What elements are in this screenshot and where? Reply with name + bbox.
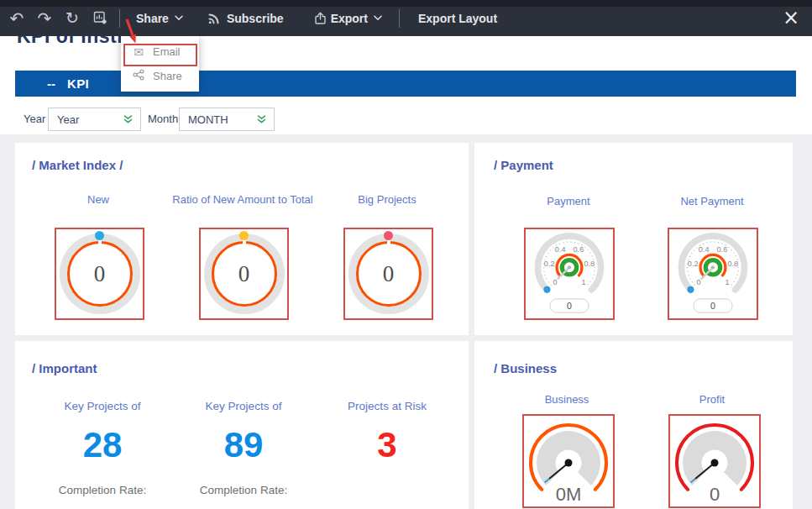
export-layout-button[interactable]: Export Layout bbox=[410, 0, 506, 36]
chevron-down-icon bbox=[175, 15, 183, 21]
share-menu-button[interactable]: Share bbox=[128, 0, 191, 36]
top-toolbar: ↶ ↷ ↻ Share Subscribe bbox=[0, 0, 812, 36]
year-select-value: Year bbox=[57, 113, 79, 126]
scale-06: 0.6 bbox=[574, 245, 584, 254]
report-icon bbox=[93, 11, 107, 25]
close-button[interactable]: × bbox=[778, 5, 804, 30]
share-nodes-icon bbox=[132, 69, 145, 83]
gauge-business: 0M bbox=[522, 414, 615, 508]
gauge-net-payment: 0 0.2 0.4 0.6 0.8 1 0 bbox=[668, 228, 758, 320]
gauge-pointer-dot bbox=[384, 231, 393, 240]
toolbar-divider bbox=[119, 9, 120, 28]
market-index-panel: / Market Index / New Ratio of New Amount… bbox=[15, 143, 469, 335]
stat-label-key-projects-2: Key Projects of bbox=[206, 400, 282, 412]
dashboard-screen: KPI of Instr..... -- KPI Year Year Month… bbox=[0, 0, 812, 509]
gauge-title-big-projects: Big Projects bbox=[358, 193, 416, 206]
gauge-payment: 0 0.2 0.4 0.6 0.8 1 0 bbox=[524, 228, 615, 320]
gauge-new: 0 bbox=[55, 228, 144, 320]
profit-gauge-chart: 0 bbox=[670, 416, 759, 506]
scale-1: 1 bbox=[582, 278, 586, 286]
scale-02: 0.2 bbox=[544, 260, 555, 268]
refresh-button[interactable]: ↻ bbox=[60, 7, 84, 30]
undo-button[interactable]: ↶ bbox=[5, 7, 29, 30]
gauge-title-ratio: Ratio of New Amount to Total bbox=[172, 193, 312, 206]
stat-label-key-projects-1: Key Projects of bbox=[65, 400, 141, 412]
share-button-label: Share bbox=[136, 12, 169, 25]
report-save-button[interactable] bbox=[88, 7, 112, 30]
scale-0: 0 bbox=[696, 278, 700, 286]
gauge-value: 0 bbox=[710, 484, 720, 505]
envelope-icon: ✉ bbox=[132, 45, 145, 59]
gauge-title-new: New bbox=[87, 193, 109, 206]
gauge-value: 0 bbox=[345, 261, 432, 287]
menu-item-share[interactable]: Share bbox=[121, 64, 199, 88]
gauge-pointer-dot bbox=[687, 286, 694, 293]
redo-icon: ↷ bbox=[38, 10, 52, 27]
menu-item-email-label: Email bbox=[153, 45, 181, 58]
month-select[interactable]: MONTH bbox=[179, 108, 275, 131]
important-panel: / Important Key Projects of Key Projects… bbox=[15, 341, 469, 509]
gauge-profit: 0 bbox=[668, 414, 761, 508]
scale-08: 0.8 bbox=[727, 260, 738, 268]
subscribe-button-label: Subscribe bbox=[227, 12, 284, 25]
important-panel-title: / Important bbox=[32, 361, 97, 375]
chevron-double-down-icon bbox=[256, 114, 267, 125]
feed-icon bbox=[207, 11, 221, 25]
business-gauge-chart: 0M bbox=[524, 416, 613, 506]
stat-value-key-projects-1: 28 bbox=[83, 425, 123, 465]
gauge-value: 0M bbox=[556, 484, 582, 505]
gauge-pointer-dot bbox=[543, 286, 550, 293]
scale-04: 0.4 bbox=[555, 245, 566, 254]
payment-panel-title: / Payment bbox=[494, 158, 553, 172]
export-icon bbox=[314, 12, 327, 25]
gauge-value: 0 bbox=[201, 261, 287, 287]
stat-sub-completion-rate-2: Completion Rate: bbox=[200, 484, 287, 496]
export-menu-button[interactable]: Export bbox=[306, 0, 390, 36]
gauge-ratio: 0 bbox=[199, 228, 289, 320]
scale-08: 0.8 bbox=[584, 260, 595, 268]
gauge-title-business: Business bbox=[545, 393, 589, 406]
month-select-value: MONTH bbox=[188, 113, 228, 126]
stat-value-key-projects-2: 89 bbox=[224, 425, 264, 465]
scale-0: 0 bbox=[553, 278, 557, 286]
share-dropdown-menu: ✉ Email Share bbox=[121, 36, 199, 92]
scale-1: 1 bbox=[726, 278, 730, 286]
scale-06: 0.6 bbox=[717, 245, 728, 254]
gauge-pointer-dot bbox=[95, 231, 104, 240]
gauge-title-payment: Payment bbox=[547, 195, 589, 207]
year-select[interactable]: Year bbox=[48, 108, 141, 131]
chevron-double-down-icon bbox=[123, 114, 134, 125]
gauge-value: 0 bbox=[710, 301, 715, 311]
menu-item-email[interactable]: ✉ Email bbox=[121, 39, 199, 64]
close-icon: × bbox=[783, 6, 799, 29]
scale-02: 0.2 bbox=[688, 260, 699, 268]
filter-bar: Year Year Month MONTH bbox=[0, 106, 812, 134]
chevron-down-icon bbox=[374, 15, 382, 21]
month-filter-label: Month bbox=[148, 113, 178, 125]
refresh-icon: ↻ bbox=[65, 10, 79, 26]
stat-label-projects-at-risk: Projects at Risk bbox=[348, 400, 427, 412]
banner-prefix: -- bbox=[47, 76, 55, 91]
gauge-big-projects: 0 bbox=[343, 228, 433, 320]
business-panel-title: / Business bbox=[494, 361, 557, 375]
scale-04: 0.4 bbox=[699, 245, 710, 254]
gauge-value: 0 bbox=[567, 301, 572, 311]
gauge-value: 0 bbox=[56, 261, 143, 287]
subscribe-button[interactable]: Subscribe bbox=[198, 0, 292, 36]
banner-label: KPI bbox=[67, 76, 89, 91]
export-layout-label: Export Layout bbox=[418, 12, 497, 25]
payment-panel: / Payment Payment Net Payment 0 0.2 0.4 … bbox=[474, 143, 793, 335]
menu-item-share-label: Share bbox=[153, 70, 182, 82]
gauge-title-net-payment: Net Payment bbox=[680, 195, 743, 207]
gauge-title-profit: Profit bbox=[699, 393, 725, 406]
gauge-pointer-dot bbox=[239, 231, 249, 240]
market-index-panel-title: / Market Index / bbox=[32, 158, 123, 172]
payment-gauge-chart: 0 0.2 0.4 0.6 0.8 1 0 bbox=[526, 229, 613, 318]
business-panel: / Business Business Profit 0M 0 bbox=[474, 341, 793, 509]
stat-value-projects-at-risk: 3 bbox=[377, 425, 396, 465]
year-filter-label: Year bbox=[24, 113, 45, 125]
toolbar-divider bbox=[399, 9, 400, 28]
stat-sub-completion-rate-1: Completion Rate: bbox=[59, 484, 146, 496]
net-payment-gauge-chart: 0 0.2 0.4 0.6 0.8 1 0 bbox=[669, 229, 757, 318]
redo-button[interactable]: ↷ bbox=[33, 7, 56, 30]
